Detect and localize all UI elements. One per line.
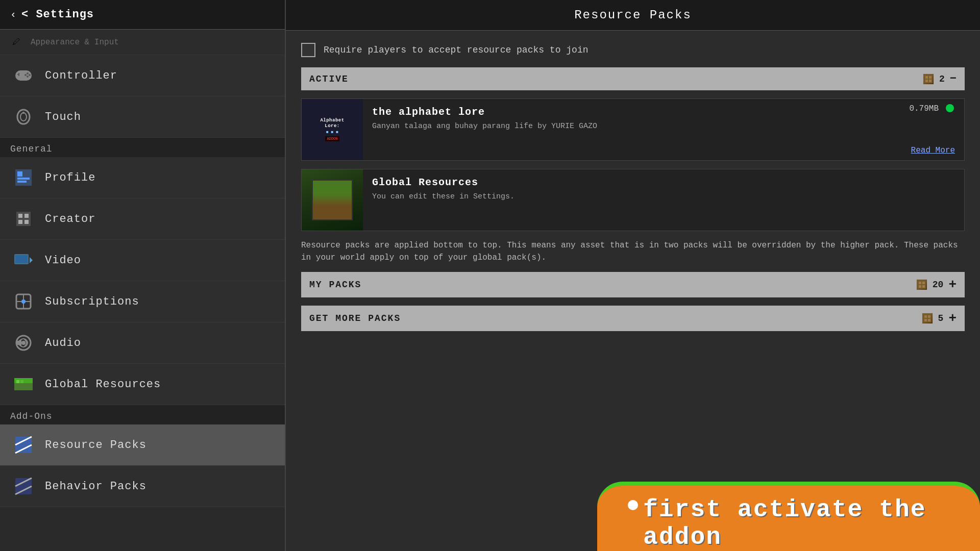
my-packs-bar: MY PACKS 20 + bbox=[301, 272, 965, 297]
audio-label: Audio bbox=[45, 337, 81, 349]
svg-rect-11 bbox=[17, 171, 22, 177]
pack-info-global: Global Resources You can edit these in S… bbox=[363, 169, 964, 231]
page-title: Resource Packs bbox=[574, 8, 692, 22]
back-arrow-icon[interactable]: ‹ bbox=[10, 9, 16, 20]
sidebar: ‹ < Settings 🖊 Appearance & Input Contro… bbox=[0, 0, 286, 551]
svg-rect-46 bbox=[919, 282, 921, 284]
main-header: Resource Packs bbox=[286, 0, 980, 31]
read-more-button[interactable]: Read More bbox=[911, 146, 955, 155]
active-label: ACTIVE bbox=[309, 74, 349, 84]
svg-point-5 bbox=[29, 74, 31, 76]
my-packs-expand-button[interactable]: + bbox=[948, 277, 957, 292]
audio-icon bbox=[12, 332, 35, 354]
sidebar-item-audio[interactable]: Audio bbox=[0, 322, 285, 364]
svg-rect-53 bbox=[924, 319, 927, 321]
addons-section-label: Add-Ons bbox=[0, 405, 285, 424]
pack-card-global: Global Resources You can edit these in S… bbox=[301, 169, 965, 231]
svg-rect-43 bbox=[925, 80, 928, 82]
sidebar-item-subscriptions[interactable]: Subscriptions bbox=[0, 281, 285, 322]
sidebar-item-resource-packs[interactable]: Resource Packs bbox=[0, 424, 285, 466]
main-content: Resource Packs Require players to accept… bbox=[286, 0, 980, 551]
svg-rect-54 bbox=[928, 319, 930, 321]
sidebar-item-appearance[interactable]: 🖊 Appearance & Input bbox=[0, 30, 285, 55]
svg-rect-33 bbox=[20, 380, 23, 383]
my-packs-count: 20 bbox=[933, 280, 944, 290]
creator-icon bbox=[12, 208, 35, 230]
svg-rect-52 bbox=[928, 315, 930, 318]
pack-card-alphabet-lore: AlphabetLore: ■ ■ ■ ADDON the alphabet l… bbox=[301, 98, 965, 161]
svg-rect-2 bbox=[18, 73, 19, 76]
svg-point-6 bbox=[27, 76, 29, 78]
subscriptions-icon bbox=[12, 290, 35, 313]
svg-rect-51 bbox=[924, 315, 927, 318]
svg-point-9 bbox=[22, 112, 24, 114]
profile-label: Profile bbox=[45, 171, 95, 184]
notification-text: first activate the addon bbox=[643, 496, 960, 551]
appearance-label: Appearance & Input bbox=[31, 38, 119, 47]
svg-point-8 bbox=[20, 113, 27, 121]
svg-rect-32 bbox=[16, 380, 19, 383]
video-label: Video bbox=[45, 254, 81, 267]
profile-icon bbox=[12, 166, 35, 189]
svg-rect-12 bbox=[17, 178, 30, 180]
sidebar-item-video[interactable]: Video bbox=[0, 240, 285, 281]
svg-rect-47 bbox=[922, 282, 925, 284]
get-more-icon bbox=[922, 313, 933, 324]
svg-marker-21 bbox=[30, 257, 33, 263]
global-resources-icon bbox=[12, 373, 35, 395]
sidebar-item-behavior-packs[interactable]: Behavior Packs bbox=[0, 466, 285, 507]
sidebar-item-profile[interactable]: Profile bbox=[0, 157, 285, 198]
sidebar-item-controller[interactable]: Controller bbox=[0, 55, 285, 96]
sidebar-item-creator[interactable]: Creator bbox=[0, 198, 285, 240]
appearance-icon: 🖊 bbox=[12, 37, 20, 47]
active-bar-right: 2 − bbox=[923, 72, 957, 85]
main-body: Require players to accept resource packs… bbox=[286, 31, 980, 341]
require-row: Require players to accept resource packs… bbox=[301, 41, 965, 59]
get-more-label: GET MORE PACKS bbox=[309, 313, 401, 323]
settings-nav-label[interactable]: < Settings bbox=[21, 8, 94, 21]
sidebar-item-global-resources[interactable]: Global Resources bbox=[0, 364, 285, 405]
svg-rect-20 bbox=[15, 255, 28, 263]
info-text: Resource packs are applied bottom to top… bbox=[301, 239, 965, 264]
pack-info-alphabet: the alphabet lore Ganyan talaga ang buha… bbox=[363, 99, 964, 160]
get-more-count: 5 bbox=[938, 313, 944, 323]
pack-status-dot bbox=[946, 104, 954, 112]
active-minus-button[interactable]: − bbox=[950, 72, 957, 85]
behavior-packs-label: Behavior Packs bbox=[45, 480, 146, 493]
pack-thumbnail-global bbox=[302, 169, 363, 231]
pack-desc-alphabet: Ganyan talaga ang buhay parang life by Y… bbox=[372, 122, 955, 131]
active-pack-icon bbox=[923, 73, 934, 85]
video-icon bbox=[12, 249, 35, 271]
svg-point-3 bbox=[27, 72, 29, 74]
subscriptions-label: Subscriptions bbox=[45, 295, 139, 308]
require-checkbox[interactable] bbox=[301, 43, 315, 57]
sidebar-item-touch[interactable]: Touch bbox=[0, 96, 285, 138]
svg-rect-34 bbox=[15, 437, 32, 453]
pack-name-alphabet: the alphabet lore bbox=[372, 106, 955, 118]
svg-rect-15 bbox=[18, 214, 22, 218]
notification-bubble: first activate the addon bbox=[597, 482, 980, 551]
pack-name-global: Global Resources bbox=[372, 177, 955, 188]
sidebar-header[interactable]: ‹ < Settings bbox=[0, 0, 285, 30]
creator-label: Creator bbox=[45, 213, 95, 226]
active-section-bar: ACTIVE 2 − bbox=[301, 67, 965, 90]
svg-rect-49 bbox=[922, 285, 925, 288]
require-text: Require players to accept resource packs… bbox=[324, 45, 588, 55]
svg-rect-44 bbox=[929, 80, 932, 82]
my-packs-icon bbox=[916, 279, 927, 290]
svg-rect-18 bbox=[24, 220, 29, 224]
my-packs-bar-right: 20 + bbox=[916, 277, 957, 292]
active-count: 2 bbox=[939, 74, 945, 84]
resource-packs-label: Resource Packs bbox=[45, 439, 146, 452]
svg-point-4 bbox=[24, 74, 27, 76]
svg-rect-48 bbox=[919, 285, 921, 288]
get-more-expand-button[interactable]: + bbox=[948, 311, 957, 326]
general-section-label: General bbox=[0, 138, 285, 157]
svg-rect-37 bbox=[15, 478, 32, 494]
svg-rect-42 bbox=[929, 76, 932, 79]
svg-point-25 bbox=[21, 299, 26, 304]
pack-thumbnail-alphabet: AlphabetLore: ■ ■ ■ ADDON bbox=[302, 99, 363, 160]
svg-rect-13 bbox=[17, 181, 27, 183]
get-more-bar-right: 5 + bbox=[922, 311, 957, 326]
resource-packs-icon bbox=[12, 434, 35, 456]
